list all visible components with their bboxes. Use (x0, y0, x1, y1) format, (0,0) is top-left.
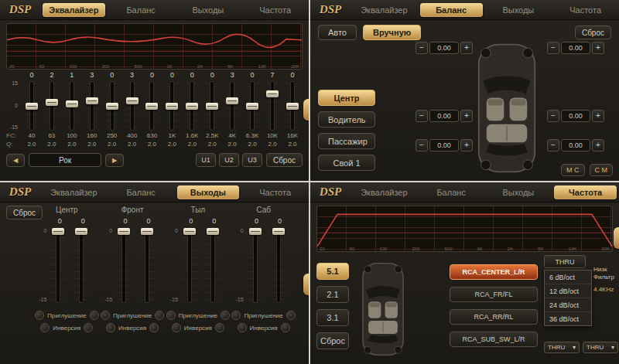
rca-sub-sw-l-r-button[interactable]: RCA_SUB_SW_L/R (450, 332, 538, 347)
eq-band-slider[interactable] (242, 80, 262, 131)
mute-checkbox[interactable] (90, 311, 99, 320)
invert-checkbox[interactable] (281, 323, 290, 332)
slider-handle[interactable] (249, 228, 262, 235)
tab-outputs[interactable]: Выходы (487, 185, 550, 199)
eq-band-slider[interactable] (262, 80, 282, 131)
tab-frequency[interactable]: Частота (554, 185, 617, 199)
rca-fr-fl-button[interactable]: RCA_FR/FL (450, 287, 538, 302)
slider-handle[interactable] (106, 103, 118, 110)
slider-handle[interactable] (246, 103, 258, 110)
tab-frequency[interactable]: Частота (244, 185, 306, 199)
output-slider[interactable] (71, 226, 91, 304)
slider-handle[interactable] (75, 228, 87, 235)
eq-band-slider[interactable] (122, 80, 142, 131)
mute-checkbox[interactable] (166, 311, 176, 320)
memory-button-u3[interactable]: U3 (242, 153, 262, 167)
slider-handle[interactable] (141, 228, 153, 235)
auto-mode-button[interactable]: Авто (318, 25, 357, 40)
tab-equalizer[interactable]: Эквалайзер (43, 3, 105, 17)
zone-custom-1-button[interactable]: Свой 1 (318, 155, 375, 171)
tab-balance[interactable]: Баланс (110, 3, 173, 17)
increase-button[interactable]: + (460, 139, 473, 151)
mute-checkbox[interactable] (155, 311, 164, 320)
slope-option[interactable]: 6 dB/oct (545, 270, 591, 284)
tab-equalizer[interactable]: Эквалайзер (353, 3, 416, 17)
increase-button[interactable]: + (592, 139, 604, 151)
invert-checkbox[interactable] (149, 323, 159, 332)
slider-handle[interactable] (126, 97, 139, 104)
decrease-button[interactable]: − (416, 110, 428, 122)
eq-band-slider[interactable] (62, 80, 82, 131)
tab-equalizer[interactable]: Эквалайзер (353, 185, 416, 199)
output-slider[interactable] (203, 226, 223, 304)
slider-handle[interactable] (266, 90, 279, 97)
mute-checkbox[interactable] (286, 311, 296, 320)
decrease-button[interactable]: − (547, 42, 559, 54)
invert-checkbox[interactable] (238, 323, 247, 332)
slope-option[interactable]: 12 dB/oct (545, 284, 591, 298)
tab-balance[interactable]: Баланс (110, 185, 173, 199)
output-slider[interactable] (48, 226, 68, 304)
zone-center-button[interactable]: Центр (318, 90, 375, 106)
slider-handle[interactable] (118, 228, 130, 235)
increase-button[interactable]: + (460, 42, 473, 54)
tab-balance[interactable]: Баланс (420, 185, 483, 199)
tab-outputs[interactable]: Выходы (487, 3, 550, 17)
eq-band-slider[interactable] (282, 80, 303, 131)
eq-band-slider[interactable] (222, 80, 242, 131)
slider-handle[interactable] (66, 100, 78, 107)
output-slider[interactable] (137, 226, 157, 304)
memory-button-u1[interactable]: U1 (196, 153, 216, 167)
tab-outputs[interactable]: Выходы (177, 185, 240, 199)
mute-checkbox[interactable] (101, 311, 110, 320)
eq-band-slider[interactable] (102, 80, 122, 131)
mute-checkbox[interactable] (35, 311, 44, 320)
manual-mode-button[interactable]: Вручную (363, 25, 421, 40)
invert-checkbox[interactable] (40, 323, 50, 332)
zone-driver-button[interactable]: Водитель (318, 111, 375, 128)
side-pull-handle[interactable] (614, 227, 619, 249)
eq-band-slider[interactable] (142, 80, 162, 131)
eq-band-slider[interactable] (162, 80, 182, 131)
eq-reset-button[interactable]: Сброс (266, 153, 303, 167)
mode-3-1-button[interactable]: 3.1 (316, 309, 349, 326)
mc-button[interactable]: M C (561, 164, 585, 176)
decrease-button[interactable]: − (416, 139, 428, 151)
eq-band-slider[interactable] (42, 80, 62, 131)
rca-center-l-r-button[interactable]: RCA_CENTER_L/R (450, 264, 538, 280)
decrease-button[interactable]: − (547, 110, 559, 122)
slope-dropdown-selected[interactable]: THRU (544, 255, 586, 268)
invert-checkbox[interactable] (84, 323, 93, 332)
slider-handle[interactable] (183, 228, 196, 235)
decrease-button[interactable]: − (416, 42, 428, 54)
output-slider[interactable] (114, 226, 134, 304)
slider-handle[interactable] (206, 103, 218, 110)
tab-frequency[interactable]: Частота (244, 3, 306, 17)
rca-rr-rl-button[interactable]: RCA_RR/RL (450, 309, 538, 325)
mode-2-1-button[interactable]: 2.1 (316, 286, 349, 303)
mini-slope-dropdown[interactable]: THRU▾ (583, 342, 618, 353)
tab-outputs[interactable]: Выходы (177, 3, 240, 17)
tab-balance[interactable]: Баланс (420, 3, 483, 17)
eq-band-slider[interactable] (22, 80, 42, 131)
slider-handle[interactable] (52, 228, 64, 235)
invert-checkbox[interactable] (215, 323, 224, 332)
freq-reset-button[interactable]: Сброс (316, 332, 349, 349)
preset-next-button[interactable]: ▶ (105, 154, 124, 167)
increase-button[interactable]: + (460, 110, 473, 122)
mute-checkbox[interactable] (221, 311, 230, 320)
balance-reset-button[interactable]: Сброс (575, 26, 611, 39)
filter-frequency-value[interactable]: 4.4KHz (593, 286, 614, 294)
output-slider[interactable] (245, 226, 265, 304)
side-pull-handle[interactable] (303, 99, 309, 121)
slope-option[interactable]: 36 dB/oct (545, 312, 591, 325)
cm-button[interactable]: C M (590, 164, 614, 176)
tab-equalizer[interactable]: Эквалайзер (43, 185, 105, 199)
increase-button[interactable]: + (592, 110, 604, 122)
preset-prev-button[interactable]: ◀ (6, 154, 25, 167)
invert-checkbox[interactable] (172, 323, 181, 332)
slider-handle[interactable] (207, 228, 219, 235)
eq-band-slider[interactable] (202, 80, 222, 131)
eq-band-slider[interactable] (82, 80, 102, 131)
mode-5-1-button[interactable]: 5.1 (316, 263, 349, 280)
